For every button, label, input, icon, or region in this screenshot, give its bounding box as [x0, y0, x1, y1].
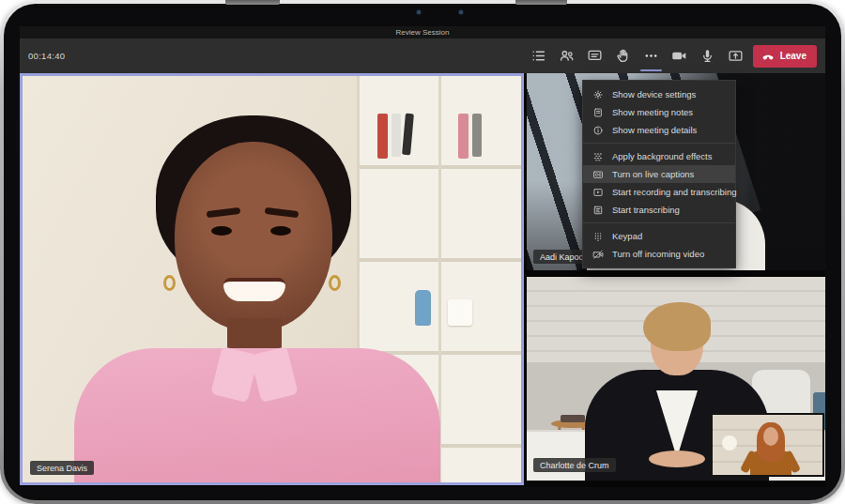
device-volume-button	[515, 0, 567, 5]
video-tile-charlotte-de-crum[interactable]: Charlotte de Crum	[527, 277, 825, 481]
video-tile-serena-davis[interactable]: Serena Davis	[20, 73, 524, 485]
menu-divider	[583, 143, 735, 144]
chat-icon[interactable]	[587, 48, 603, 64]
agenda-list-icon[interactable]	[530, 48, 546, 64]
toolbar-icon-group	[530, 48, 744, 64]
microphone-icon[interactable]	[699, 48, 715, 64]
settings-gear-icon	[592, 89, 604, 100]
menu-item-label: Show meeting notes	[612, 107, 693, 117]
pip-lamp	[722, 435, 737, 451]
camera-icon[interactable]	[671, 48, 687, 64]
menu-item-label: Keypad	[612, 231, 642, 241]
raise-hand-icon[interactable]	[615, 48, 631, 64]
more-options-icon[interactable]	[643, 48, 659, 64]
menu-item-turn-on-live-captions[interactable]: Turn on live captions	[583, 165, 735, 183]
menu-item-label: Turn off incoming video	[612, 249, 704, 259]
book-red	[377, 114, 388, 159]
serena-eye-left	[211, 226, 232, 236]
device-power-button	[225, 0, 280, 5]
meeting-timer: 00:14:40	[28, 51, 65, 61]
menu-item-show-meeting-notes[interactable]: Show meeting notes	[583, 103, 735, 121]
meeting-toolbar: 00:14:40	[20, 38, 825, 73]
book-pink	[458, 114, 469, 159]
menu-item-start-recording-and-transcribing[interactable]: Start recording and transcribing	[583, 183, 735, 201]
menu-item-label: Apply background effects	[612, 151, 713, 161]
meeting-notes-icon	[592, 107, 604, 118]
transcribe-icon	[592, 205, 604, 216]
front-camera-dot	[417, 10, 421, 14]
meeting-title: Review Session	[396, 28, 450, 37]
leave-button-label: Leave	[780, 51, 807, 61]
blue-bottle	[415, 290, 431, 326]
hang-up-icon	[761, 50, 775, 63]
background-effects-icon	[592, 151, 604, 162]
menu-item-show-meeting-details[interactable]: Show meeting details	[583, 121, 735, 139]
serena-earring-right	[329, 275, 341, 291]
menu-item-label: Start transcribing	[612, 205, 680, 215]
name-label-charlotte: Charlotte de Crum	[533, 458, 616, 472]
menu-item-keypad[interactable]: Keypad	[583, 227, 735, 245]
more-options-menu: Show device settings Show meeting notes …	[582, 80, 736, 268]
camera-off-icon	[592, 249, 604, 260]
serena-eye-right	[270, 226, 291, 236]
name-label-serena: Serena Davis	[30, 461, 94, 475]
book-white	[392, 114, 401, 157]
share-screen-icon[interactable]	[728, 48, 744, 64]
info-icon	[592, 125, 604, 136]
self-view-pip[interactable]	[711, 413, 824, 477]
menu-item-label: Show device settings	[612, 89, 696, 99]
serena-face	[175, 142, 332, 331]
serena-earring-left	[163, 275, 176, 291]
tablet-device-frame: Review Session 00:14:40	[0, 0, 845, 504]
participants-icon[interactable]	[559, 48, 575, 64]
meeting-screen: Review Session 00:14:40	[20, 26, 825, 487]
window-titlebar: Review Session	[20, 26, 825, 38]
menu-item-start-transcribing[interactable]: Start transcribing	[583, 201, 735, 219]
leave-button[interactable]: Leave	[753, 45, 817, 68]
live-captions-icon	[592, 169, 604, 180]
menu-divider	[583, 222, 735, 223]
stool-book	[561, 415, 585, 422]
menu-item-turn-off-incoming-video[interactable]: Turn off incoming video	[583, 245, 735, 263]
white-pot	[448, 299, 472, 326]
ambient-sensor-dot	[459, 10, 463, 14]
menu-item-label: Show meeting details	[612, 125, 697, 135]
menu-item-label: Turn on live captions	[612, 169, 694, 179]
book-gray	[472, 114, 482, 157]
record-icon	[592, 187, 604, 198]
menu-item-apply-background-effects[interactable]: Apply background effects	[583, 147, 735, 165]
serena-smile	[223, 278, 285, 301]
charlotte-hair	[643, 302, 711, 351]
menu-item-label: Start recording and transcribing	[612, 187, 737, 197]
keypad-icon	[592, 231, 604, 242]
pip-face	[763, 427, 778, 446]
menu-item-show-device-settings[interactable]: Show device settings	[583, 85, 735, 103]
charlotte-hands	[649, 451, 705, 467]
